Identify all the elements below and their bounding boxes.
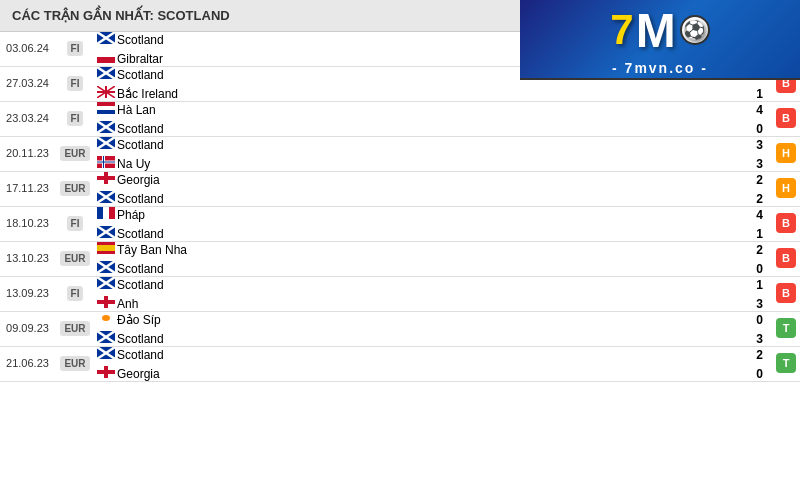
flag-cell-team1 [95,207,117,225]
flag-cell-team1 [95,312,117,330]
team2-name: Georgia [117,364,747,382]
flag-cell-team1 [95,242,117,260]
match-type: EUR [55,137,95,172]
flag-cell-team1 [95,32,117,49]
score1: 4 [747,207,772,225]
result-label: B [776,283,796,303]
match-date: 23.03.24 [0,102,55,137]
main-container: CÁC TRẬN GẦN NHẤT: SCOTLAND 7 M ⚽ - 7mvn… [0,0,800,382]
team1-name: Georgia [117,172,747,190]
match-type: FI [55,277,95,312]
flag-cell-team2 [95,259,117,277]
svg-rect-61 [97,370,115,374]
match-type: EUR [55,242,95,277]
flag-cell-team1 [95,67,117,85]
team2-name: Scotland [117,189,747,207]
match-row-top: 18.10.23 FI Pháp 4 B [0,207,800,225]
flag-cell-team2 [95,294,117,312]
svg-rect-29 [97,176,115,180]
type-badge: EUR [60,181,89,196]
svg-rect-26 [97,162,115,163]
score2: 0 [747,259,772,277]
team1-name: Hà Lan [117,102,747,120]
team1-name: Pháp [117,207,747,225]
score1: 3 [747,137,772,155]
match-row-bottom: Scotland 2 [0,189,800,207]
match-row-top: 13.09.23 FI Scotland 1 B [0,277,800,295]
svg-rect-14 [97,106,115,110]
type-badge: FI [67,111,84,126]
type-badge: FI [67,286,84,301]
svg-rect-41 [97,251,115,254]
header-title: CÁC TRẬN GẦN NHẤT: SCOTLAND [12,8,230,23]
flag-cell-team1 [95,172,117,190]
result-badge: B [772,242,800,277]
team2-name: Na Uy [117,154,747,172]
match-row-top: 21.06.23 EUR Scotland 2 T [0,347,800,365]
team1-name: Scotland [117,137,747,155]
type-badge: EUR [60,356,89,371]
team2-name: Scotland [117,119,747,137]
match-type: EUR [55,347,95,382]
result-badge: T [772,312,800,347]
svg-rect-33 [97,207,103,219]
result-label: B [776,248,796,268]
result-badge: B [772,277,800,312]
match-date: 18.10.23 [0,207,55,242]
match-row-top: 23.03.24 FI Hà Lan 4 B [0,102,800,120]
matches-table: 03.06.24 FI Scotland 2 T Gibraltar 0 27.… [0,32,800,382]
team2-name: Scotland [117,259,747,277]
svg-rect-34 [103,207,109,219]
svg-point-52 [102,315,110,321]
score2: 0 [747,364,772,382]
flag-cell-team1 [95,137,117,155]
score2: 1 [747,224,772,242]
team1-name: Đảo Síp [117,312,747,330]
result-badge: B [772,207,800,242]
score2: 3 [747,329,772,347]
match-type: EUR [55,172,95,207]
score2: 2 [747,189,772,207]
score1: 1 [747,277,772,295]
result-badge: T [772,347,800,382]
type-badge: EUR [60,146,89,161]
match-row-top: 09.09.23 EUR Đảo Síp 0 T [0,312,800,330]
result-label: T [776,318,796,338]
flag-cell-team2 [95,154,117,172]
match-row-bottom: Scotland 0 [0,119,800,137]
result-label: H [776,178,796,198]
team2-name: Bắc Ireland [117,84,747,102]
team2-name: Scotland [117,329,747,347]
type-badge: FI [67,41,84,56]
score2: 3 [747,294,772,312]
svg-rect-3 [97,51,115,57]
score2: 0 [747,119,772,137]
logo-ball-icon: ⚽ [680,15,710,45]
match-row-bottom: Na Uy 3 [0,154,800,172]
result-badge: H [772,172,800,207]
flag-cell-team2 [95,329,117,347]
score1: 4 [747,102,772,120]
score2: 3 [747,154,772,172]
type-badge: FI [67,76,84,91]
score2: 1 [747,84,772,102]
type-badge: FI [67,216,84,231]
team1-name: Tây Ban Nha [117,242,747,260]
flag-cell-team2 [95,84,117,102]
type-badge: EUR [60,321,89,336]
score1: 2 [747,172,772,190]
svg-rect-4 [97,57,115,63]
logo-main: 7 M ⚽ [610,3,709,58]
match-row-bottom: Georgia 0 [0,364,800,382]
match-row-top: 17.11.23 EUR Georgia 2 H [0,172,800,190]
match-row-bottom: Scotland 3 [0,329,800,347]
match-type: FI [55,32,95,67]
svg-rect-35 [109,207,115,219]
match-row-bottom: Scotland 1 [0,224,800,242]
match-row-bottom: Anh 3 [0,294,800,312]
match-type: FI [55,67,95,102]
result-label: T [776,353,796,373]
svg-rect-50 [97,300,115,304]
flag-cell-team2 [95,364,117,382]
team1-name: Scotland [117,277,747,295]
